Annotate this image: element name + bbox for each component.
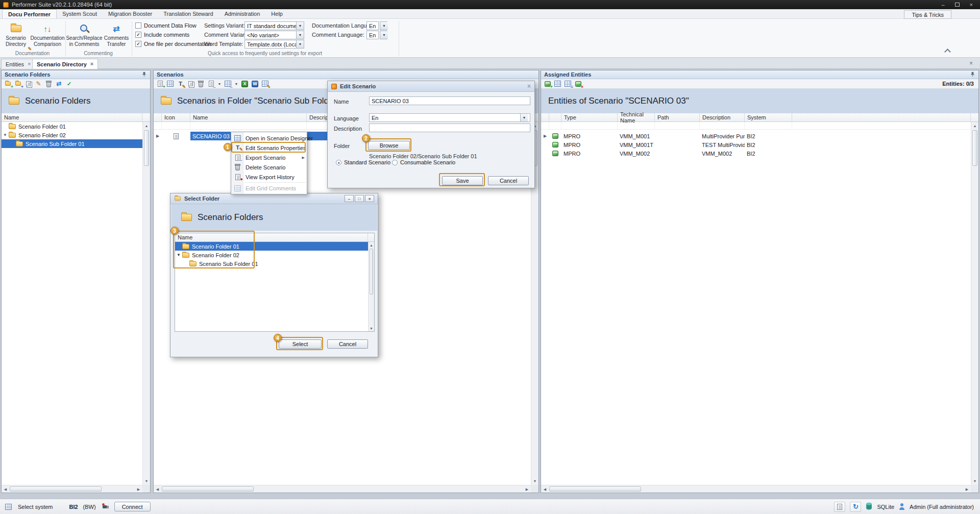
entity-row[interactable]: MPRO VMM_M001T TEST MultiProvider... BI2 (541, 140, 978, 149)
documentation-comparison-button[interactable]: ↑↓ Documentation Comparison (31, 20, 64, 50)
horizontal-scrollbar[interactable]: ◀ ▶ (541, 485, 971, 493)
horizontal-scrollbar[interactable]: ◀ ▶ (2, 485, 142, 493)
tab-migration-booster[interactable]: Migration Booster (103, 9, 158, 18)
window-close-button[interactable]: × (970, 2, 973, 8)
menu-item-edit-scenario-properties[interactable]: T✎ Edit Scenario Properties (231, 143, 307, 153)
column-header-name[interactable]: Name (175, 233, 368, 241)
tab-translation-steward[interactable]: Translation Steward (158, 9, 218, 18)
documentation-language-select[interactable]: En (366, 21, 379, 30)
copy-folder-button[interactable] (24, 80, 33, 88)
tab-help[interactable]: Help (265, 9, 288, 18)
system-list-icon[interactable] (4, 503, 13, 511)
tree-item-scenario-sub-folder-01[interactable]: Scenario Sub Folder 01 (175, 259, 374, 268)
scenario-designer-button[interactable] (166, 80, 175, 88)
radio-standard-scenario[interactable]: ● Standard Scenario (336, 159, 390, 166)
cancel-button[interactable]: Cancel (327, 339, 368, 349)
entity-row[interactable]: ▶ MPRO VMM_M001 MultiProvider Purc... BI… (541, 132, 978, 140)
dropdown-arrow-icon[interactable]: ▼ (296, 31, 304, 39)
column-header-description[interactable]: Description (700, 113, 745, 121)
cancel-button[interactable]: Cancel (488, 176, 529, 185)
dialog-close-button[interactable]: × (365, 195, 374, 202)
select-system-button[interactable]: Select system (18, 504, 53, 510)
comment-variant-select[interactable]: <No variant> ▼ (244, 31, 304, 39)
tree-item-scenario-folder-02[interactable]: ▼ Scenario Folder 02 (175, 251, 374, 259)
excel-export-button[interactable]: X (240, 80, 249, 88)
dropdown-arrow-icon[interactable]: ▼ (296, 22, 304, 30)
scroll-right-icon[interactable]: ▶ (523, 485, 531, 493)
word-export-button[interactable]: W (251, 80, 259, 88)
entity-row[interactable]: MPRO VMM_M002 VMM_M002 BI2 (541, 149, 978, 158)
comment-language-select[interactable]: En (366, 31, 379, 39)
copy-scenario-button[interactable] (186, 80, 195, 88)
tree-item-scenario-folder-01[interactable]: Scenario Folder 01 (175, 242, 368, 251)
tab-administration[interactable]: Administration (219, 9, 266, 18)
scroll-down-icon[interactable]: ▼ (143, 477, 150, 485)
close-tab-icon[interactable]: × (28, 61, 31, 67)
validate-folders-button[interactable]: ✓ (65, 80, 74, 88)
settings-variant-select[interactable]: IT standard documen... ▼ (244, 21, 304, 30)
collapse-ribbon-icon[interactable] (944, 48, 951, 55)
column-header-type[interactable]: Type (561, 113, 618, 121)
vertical-scrollbar[interactable]: ▲ ▼ (368, 242, 374, 331)
radio-consumable-scenario[interactable]: Consumable Scenario (392, 159, 455, 166)
add-entity-button[interactable]: + (543, 80, 552, 88)
connect-button[interactable]: Connect (114, 502, 151, 511)
tree-item-scenario-folder-02[interactable]: ▼ Scenario Folder 02 (2, 131, 150, 139)
sync-folders-button[interactable]: ⇄ (55, 80, 63, 88)
export-scenario-button[interactable]: → (207, 80, 215, 88)
scrollbar-thumb[interactable] (144, 130, 149, 166)
tree-item-scenario-folder-01[interactable]: Scenario Folder 01 (2, 122, 150, 131)
refresh-icon[interactable]: ↻ (850, 502, 861, 512)
save-button[interactable]: Save (442, 176, 483, 185)
close-tab-icon[interactable]: × (90, 61, 93, 67)
pin-icon[interactable] (141, 71, 147, 78)
search-replace-comments-button[interactable]: Search/Replace in Comments (67, 20, 101, 50)
scrollbar-thumb[interactable] (549, 486, 641, 492)
export-documentation-dropdown-icon[interactable]: ▼ (234, 82, 239, 86)
edit-scenario-properties-button[interactable]: T✎ (176, 80, 185, 88)
comments-transfer-button[interactable]: ⇄ Comments Transfer (102, 20, 131, 50)
menu-item-open-in-scenario-designer[interactable]: Open in Scenario Designer (231, 133, 307, 143)
scroll-up-icon[interactable]: ▲ (369, 242, 374, 248)
column-header-system[interactable]: System (745, 113, 792, 121)
dialog-minimize-button[interactable]: – (345, 195, 354, 202)
tips-and-tricks-button[interactable]: Tips & Tricks (904, 10, 951, 19)
pin-icon[interactable] (970, 71, 975, 78)
remove-entity-button[interactable]: × (574, 80, 582, 88)
scroll-left-icon[interactable]: ◀ (154, 485, 161, 493)
scrollbar-thumb[interactable] (370, 249, 373, 295)
doc-tab-entities[interactable]: Entities × (1, 59, 36, 69)
expander-icon[interactable]: ▼ (2, 133, 9, 137)
menu-item-view-export-history[interactable]: ● View Export History (231, 172, 307, 182)
column-header-icon[interactable]: Icon (162, 113, 190, 121)
vertical-scrollbar[interactable]: ▲ ▼ (142, 122, 150, 485)
window-maximize-button[interactable] (955, 2, 960, 8)
menu-item-delete-scenario[interactable]: Delete Scenario (231, 162, 307, 172)
new-scenario-button[interactable]: + (156, 80, 164, 88)
doc-tab-scenario-directory[interactable]: Scenario Directory × (32, 59, 98, 69)
filter-row[interactable] (541, 122, 978, 130)
grid-comments-button[interactable]: ✎ (261, 80, 270, 88)
horizontal-scrollbar[interactable]: ◀ ▶ (154, 485, 531, 493)
scroll-up-icon[interactable]: ▲ (143, 122, 150, 130)
log-icon[interactable] (834, 502, 845, 512)
scroll-right-icon[interactable]: ▶ (135, 485, 142, 493)
export-documentation-button[interactable]: → (224, 80, 232, 88)
scroll-down-icon[interactable]: ▼ (971, 477, 978, 485)
column-header-name[interactable]: Name (190, 113, 307, 121)
checkbox-include-comments[interactable]: ✓ Include comments (135, 31, 189, 38)
dropdown-arrow-icon[interactable]: ▼ (520, 114, 528, 121)
language-select[interactable]: En ▼ (369, 113, 530, 122)
dialog-close-icon[interactable]: × (527, 83, 531, 89)
expander-icon[interactable]: ▼ (175, 253, 182, 257)
delete-scenario-button[interactable] (197, 80, 205, 88)
scrollbar-thumb[interactable] (162, 486, 254, 492)
scroll-down-icon[interactable]: ▼ (531, 477, 538, 485)
dropdown-arrow-icon[interactable]: ▼ (296, 40, 304, 48)
rename-folder-button[interactable]: ✎ (34, 80, 43, 88)
vertical-scrollbar[interactable]: ▲ ▼ (971, 122, 978, 485)
scroll-up-icon[interactable]: ▲ (971, 122, 978, 130)
scroll-right-icon[interactable]: ▶ (963, 485, 971, 493)
browse-button[interactable]: Browse (368, 141, 410, 150)
tab-system-scout[interactable]: System Scout (57, 9, 103, 18)
